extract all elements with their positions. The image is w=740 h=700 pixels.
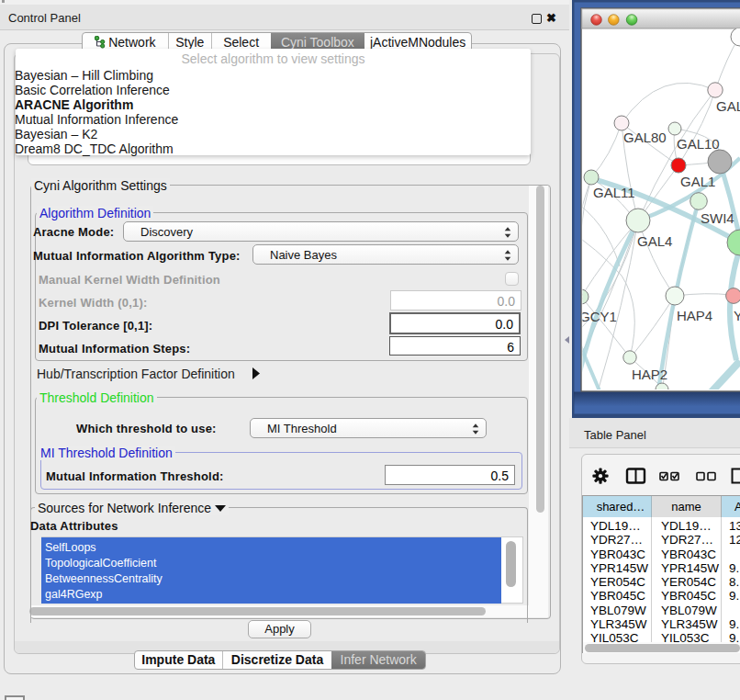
svg-text:GAL80: GAL80 bbox=[623, 130, 667, 145]
svg-text:GCY1: GCY1 bbox=[579, 309, 617, 324]
svg-text:HAP4: HAP4 bbox=[677, 308, 712, 323]
svg-text:GAL4: GAL4 bbox=[637, 233, 672, 249]
svg-text:Y: Y bbox=[734, 308, 740, 323]
svg-text:GAL1: GAL1 bbox=[680, 174, 715, 189]
svg-text:GAL: GAL bbox=[716, 98, 740, 114]
svg-text:GAL10: GAL10 bbox=[677, 136, 720, 152]
svg-text:SWI4: SWI4 bbox=[701, 210, 734, 226]
svg-text:GAL11: GAL11 bbox=[593, 185, 635, 200]
svg-text:HAP2: HAP2 bbox=[632, 367, 667, 382]
